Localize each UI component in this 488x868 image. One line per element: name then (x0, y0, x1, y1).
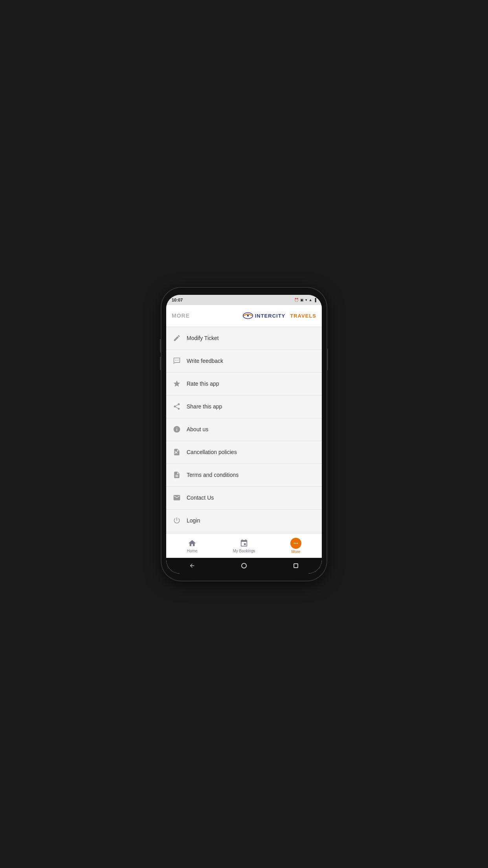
battery-icon: ▐ (314, 298, 316, 302)
home-nav-label: Home (187, 549, 198, 553)
menu-item-modify-ticket[interactable]: Modify Ticket (166, 327, 322, 350)
logo-container: INTERCITY TRAVELS (242, 312, 316, 320)
cancel-doc-icon (172, 448, 181, 456)
pencil-icon (172, 334, 181, 342)
star-icon (172, 379, 181, 388)
power-icon (172, 516, 181, 525)
menu-item-rate-app[interactable]: Rate this app (166, 373, 322, 395)
menu-item-login[interactable]: Login (166, 509, 322, 532)
menu-list: Modify Ticket Write feedback (166, 327, 322, 533)
terms-conditions-label: Terms and conditions (187, 472, 238, 478)
recents-button[interactable] (292, 562, 299, 569)
android-nav-bar (166, 558, 322, 574)
wifi-icon: ▾ (305, 298, 307, 302)
more-nav-label: More (292, 550, 301, 554)
power-button (327, 349, 328, 370)
menu-item-share-app[interactable]: Share this app (166, 395, 322, 418)
status-icons: ⏰ ▣ ▾ ▲ ▐ (294, 298, 316, 302)
logo-travels-text: TRAVELS (290, 313, 316, 319)
volume-down-button (160, 357, 161, 370)
share-icon (172, 402, 181, 411)
menu-item-cancellation-policies[interactable]: Cancellation policies (166, 441, 322, 464)
status-bar: 10:07 ⏰ ▣ ▾ ▲ ▐ (166, 295, 322, 305)
home-icon (187, 539, 197, 548)
login-label: Login (187, 517, 200, 524)
bookings-nav-label: My Bookings (233, 549, 255, 553)
more-dot (290, 538, 301, 549)
nav-item-my-bookings[interactable]: My Bookings (218, 539, 270, 553)
menu-item-contact-us[interactable]: Contact Us (166, 487, 322, 509)
menu-item-terms-conditions[interactable]: Terms and conditions (166, 464, 322, 487)
alarm-icon: ⏰ (294, 298, 299, 302)
bottom-nav: Home My Bookings More (166, 533, 322, 558)
status-time: 10:07 (172, 298, 183, 302)
nav-item-home[interactable]: Home (166, 539, 218, 553)
menu-item-write-feedback[interactable]: Write feedback (166, 350, 322, 373)
info-icon (172, 425, 181, 434)
share-app-label: Share this app (187, 403, 222, 410)
cancellation-policies-label: Cancellation policies (187, 449, 237, 455)
document-icon (172, 471, 181, 479)
envelope-icon (172, 493, 181, 502)
header-title: MORE (172, 313, 190, 319)
bookings-icon (239, 539, 249, 548)
chat-icon (172, 357, 181, 365)
about-us-label: About us (187, 426, 208, 432)
contact-us-label: Contact Us (187, 495, 214, 501)
rate-app-label: Rate this app (187, 381, 219, 387)
home-button[interactable] (240, 562, 248, 569)
app-header: MORE INTERCITY TRAVELS (166, 305, 322, 327)
phone-frame: 10:07 ⏰ ▣ ▾ ▲ ▐ MORE INTERCITY T (161, 288, 327, 581)
nav-item-more[interactable]: More (270, 538, 322, 554)
back-button[interactable] (189, 562, 196, 569)
menu-item-about-us[interactable]: About us (166, 418, 322, 441)
modify-ticket-label: Modify Ticket (187, 335, 219, 341)
volume-up-button (160, 339, 161, 353)
svg-point-1 (247, 315, 249, 317)
logo-intercity-text: INTERCITY (255, 313, 286, 319)
logo-icon (242, 312, 253, 320)
signal-icon: ▲ (309, 298, 312, 302)
write-feedback-label: Write feedback (187, 358, 223, 364)
phone-screen: 10:07 ⏰ ▣ ▾ ▲ ▐ MORE INTERCITY T (166, 295, 322, 574)
sim-icon: ▣ (300, 298, 304, 302)
